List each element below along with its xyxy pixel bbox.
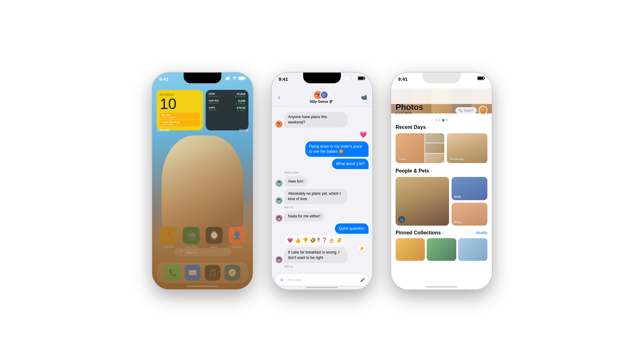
search-label-photos: Search xyxy=(464,109,474,112)
bubble-yall: What about y'all? xyxy=(332,159,369,169)
app-findmy[interactable]: 📍 Find My xyxy=(160,227,177,249)
back-button[interactable]: ‹ xyxy=(277,94,281,101)
msg-outgoing-heart: 💗 xyxy=(275,129,369,140)
user-avatar[interactable] xyxy=(479,106,487,115)
people-pets-chevron[interactable]: › xyxy=(430,168,432,173)
svg-rect-17 xyxy=(466,77,467,80)
sender-will2: Will Xu xyxy=(284,265,369,268)
tapback-exclaim[interactable]: ‼️ xyxy=(317,237,320,243)
video-call-button[interactable]: 📹 xyxy=(361,94,367,100)
msg-incoming-aww: 👨 Aww fun! xyxy=(275,176,369,187)
modify-button[interactable]: Modify xyxy=(476,231,487,235)
contacts-icon: 👤 xyxy=(229,227,246,244)
dock-phone[interactable]: 📞 xyxy=(165,265,181,281)
svg-rect-23 xyxy=(484,78,485,79)
calendar-event-2[interactable]: Lunch with Andy 11AM–12PM xyxy=(160,120,200,126)
bubble-aww: Aww fun! xyxy=(284,176,307,187)
status-icons-msg xyxy=(345,76,365,80)
calendar-event-1-title: Site visit xyxy=(161,113,199,116)
facetime-label: FaceTime xyxy=(185,245,197,249)
reaction-badge: 🤌 xyxy=(358,245,366,252)
pinned-card-3[interactable] xyxy=(458,238,487,261)
app-watch[interactable]: ⌚ Watch xyxy=(206,227,223,249)
tapback-bar[interactable]: 💗 👍 👎 🤣 ‼️ ❓ 🎂 🤌 xyxy=(284,235,345,245)
watch-label: Watch xyxy=(210,245,218,249)
tapback-question[interactable]: ❓ xyxy=(321,237,327,243)
today-label: Today xyxy=(398,158,407,161)
tapback-thumbsdown[interactable]: 👎 xyxy=(302,237,308,243)
group-people-icon: 👥 xyxy=(399,218,404,222)
svg-rect-22 xyxy=(478,77,483,80)
watch-icon: ⌚ xyxy=(206,227,223,244)
tapback-heart[interactable]: 💗 xyxy=(287,237,293,243)
add-attachment-button[interactable]: ＋ xyxy=(279,276,285,283)
calendar-date: 10 xyxy=(160,96,200,112)
yesterday-card[interactable]: Yesterday xyxy=(447,133,487,163)
avatar-1: 🦅 xyxy=(275,121,282,128)
calendar-event-1[interactable]: Site visit 10:15–10:45AM xyxy=(160,113,200,119)
large-person-card[interactable]: 👥 xyxy=(396,177,449,226)
stocks-label: Stocks xyxy=(239,129,248,132)
facetime-icon: 📹 xyxy=(183,227,200,244)
msg-outgoing-yall: What about y'all? xyxy=(275,159,369,169)
dock-music[interactable]: 🎵 xyxy=(205,265,220,281)
pinned-header: Pinned Collections › Modify xyxy=(396,230,487,236)
status-bar-photos: 9:41 xyxy=(391,73,492,88)
status-icons-photos xyxy=(465,76,485,80)
stocks-widget[interactable]: DOWDow Jones I... 37,816▲ +570.17 S&P 50… xyxy=(206,90,248,130)
message-input-bar[interactable]: ＋ iMessage 🎤 xyxy=(275,273,369,286)
maya-card[interactable]: Maya xyxy=(452,203,487,226)
pinned-chevron[interactable]: › xyxy=(442,230,444,235)
bubble-cake: If cake for breakfast is wrong, I don't … xyxy=(284,247,347,263)
bubble-nada: Nada for me either! xyxy=(284,211,324,222)
message-input[interactable]: iMessage xyxy=(287,278,358,282)
amit-card[interactable]: Amit xyxy=(452,177,487,200)
home-indicator-msg xyxy=(306,287,338,288)
pinned-card-1[interactable] xyxy=(396,238,425,261)
tapback-pinch[interactable]: 🤌 xyxy=(336,237,342,243)
bubble-haha: Haha I second that xyxy=(284,270,324,271)
msg-incoming-haha: Haha I second that xyxy=(275,270,369,271)
group-icon: 👥 xyxy=(398,216,405,223)
svg-rect-16 xyxy=(465,77,466,80)
bubble-heart: 💗 xyxy=(358,129,369,140)
mic-button[interactable]: 🎤 xyxy=(360,277,365,282)
tapback-haha[interactable]: 🤣 xyxy=(310,237,316,243)
calendar-widget[interactable]: MONDAY 10 Site visit 10:15–10:45AM Lunch… xyxy=(157,90,203,130)
today-card[interactable]: Today xyxy=(396,133,444,163)
app-icons-row: 📍 Find My 📹 FaceTime ⌚ Watch 👤 Contacts xyxy=(157,227,248,249)
svg-point-4 xyxy=(234,79,235,80)
search-button[interactable]: 🔍 Search xyxy=(455,107,477,114)
app-facetime[interactable]: 📹 FaceTime xyxy=(183,227,200,249)
widget-labels: Calendar Stocks xyxy=(152,129,253,132)
svg-rect-11 xyxy=(349,76,350,80)
recent-days-grid: Today Yesterday xyxy=(396,133,487,163)
pinned-card-2[interactable] xyxy=(427,238,456,261)
people-pets-grid: 👥 Amit Maya xyxy=(396,177,487,226)
dot-active xyxy=(442,119,444,121)
search-bar[interactable]: 🔍 Search xyxy=(174,248,231,256)
avatar-will: 🧑 xyxy=(275,215,282,222)
tapback-thumbsup[interactable]: 👍 xyxy=(295,237,301,243)
app-contacts[interactable]: 👤 Contacts xyxy=(229,227,246,249)
bubble-flying: Flying down to my sister's place to see … xyxy=(305,141,369,157)
messages-list: 🦅 Anyone have plans this weekend? 💗 Flyi… xyxy=(272,109,372,271)
dock-mail[interactable]: ✉️ xyxy=(185,265,201,281)
photos-title: Photos xyxy=(396,103,423,111)
sender-mark: Mark Disler xyxy=(284,171,369,174)
recent-days-header: Recent Days › xyxy=(396,124,487,130)
dock-safari[interactable]: 🧭 xyxy=(225,265,240,281)
notch-msg xyxy=(303,73,341,83)
svg-rect-6 xyxy=(239,77,244,80)
recent-days-title: Recent Days xyxy=(396,124,426,130)
photos-scroll-content[interactable]: Recent Days › xyxy=(391,117,492,289)
tapback-cake[interactable]: 🎂 xyxy=(329,237,335,243)
phone-messages: 9:41 ‹ 🦅 🐦 Silly Geese 🕊 📹 xyxy=(272,73,372,289)
pinned-title: Pinned Collections xyxy=(396,230,441,236)
status-time-msg: 9:41 xyxy=(279,76,288,82)
recent-days-chevron[interactable]: › xyxy=(427,125,429,130)
svg-rect-19 xyxy=(469,76,469,80)
msg-outgoing-question: Quick question: xyxy=(275,223,369,234)
stock-sp500: S&P 500Standard &... 5,036▲ +80.48 xyxy=(209,99,245,105)
svg-rect-8 xyxy=(345,77,346,80)
